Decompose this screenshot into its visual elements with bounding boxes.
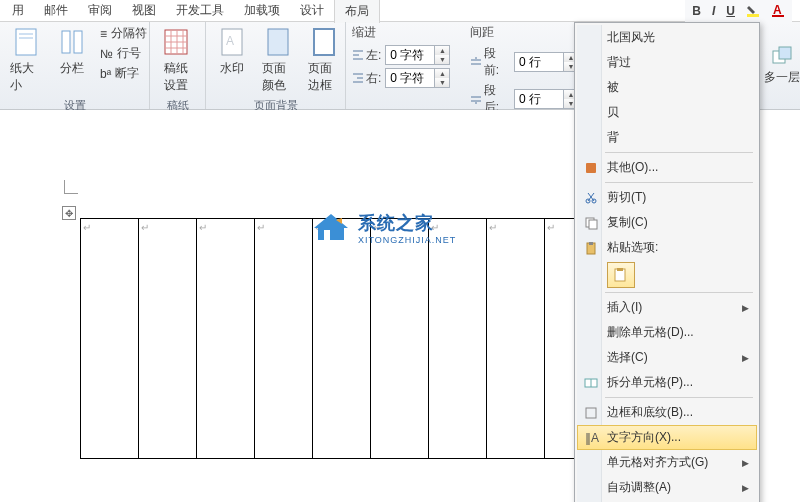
- tab-ref[interactable]: 用: [2, 0, 34, 22]
- text-direction-icon: ‖A: [584, 430, 600, 446]
- italic-button[interactable]: I: [707, 2, 720, 20]
- ctx-autofit[interactable]: 自动调整(A)▶: [577, 475, 757, 500]
- columns-button[interactable]: 分栏: [52, 24, 92, 79]
- ctx-split-cells[interactable]: 拆分单元格(P)...: [577, 370, 757, 395]
- indent-left-input[interactable]: ▲▼: [385, 45, 450, 65]
- ctx-insert[interactable]: 插入(I)▶: [577, 295, 757, 320]
- indent-right-icon: [352, 72, 364, 84]
- copy-icon: [583, 215, 599, 231]
- scissors-icon: [583, 190, 599, 206]
- watermark-title: 系统之家: [358, 211, 456, 235]
- ctx-cell-alignment[interactable]: 单元格对齐方式(G)▶: [577, 450, 757, 475]
- tab-review[interactable]: 审阅: [78, 0, 122, 22]
- spacing-header: 间距: [470, 24, 579, 41]
- break-icon: ≡: [100, 27, 107, 41]
- svg-rect-3: [16, 29, 36, 55]
- ctx-paste-options[interactable]: 粘贴选项:: [577, 235, 757, 260]
- tab-layout[interactable]: 布局: [334, 0, 380, 23]
- bring-forward-button[interactable]: 多一层: [764, 69, 800, 86]
- underline-button[interactable]: U: [721, 2, 740, 20]
- svg-text:‖A: ‖A: [585, 431, 599, 445]
- hyphen-icon: bª: [100, 67, 111, 81]
- indent-header: 缩进: [352, 24, 450, 41]
- svg-rect-18: [314, 29, 334, 55]
- table-cell[interactable]: ↵: [429, 219, 487, 459]
- watermark-logo: 系统之家 XITONGZHIJIA.NET: [310, 210, 490, 246]
- svg-rect-22: [586, 163, 596, 173]
- tab-design[interactable]: 设计: [290, 0, 334, 22]
- tab-view[interactable]: 视图: [122, 0, 166, 22]
- ctx-ime-suggestion[interactable]: 北国风光: [577, 25, 757, 50]
- svg-rect-30: [617, 268, 623, 271]
- watermark-icon: A: [216, 26, 248, 58]
- manuscript-button[interactable]: 稿纸 设置: [156, 24, 196, 96]
- watermark-subtitle: XITONGZHIJIA.NET: [358, 235, 456, 245]
- table-move-handle[interactable]: ✥: [62, 206, 76, 220]
- page-border-icon: [308, 26, 340, 58]
- ctx-ime-suggestion[interactable]: 被: [577, 75, 757, 100]
- page-borders-button[interactable]: 页面边框: [304, 24, 344, 96]
- page-color-icon: [262, 26, 294, 58]
- ctx-copy[interactable]: 复制(C): [577, 210, 757, 235]
- ctx-cut[interactable]: 剪切(T): [577, 185, 757, 210]
- watermark-button[interactable]: A 水印: [212, 24, 252, 79]
- arrange-group-partial: 多一层: [764, 22, 800, 110]
- breaks-button[interactable]: ≡分隔符: [98, 24, 149, 43]
- svg-rect-4: [19, 33, 33, 35]
- svg-rect-0: [747, 14, 759, 17]
- table-cell[interactable]: ↵: [255, 219, 313, 459]
- border-icon: [583, 405, 599, 421]
- context-menu: 北国风光 背过 被 贝 背 其他(O)... 剪切(T) 复制(C) 粘贴选项:…: [574, 22, 760, 502]
- svg-rect-21: [324, 230, 330, 240]
- clipboard-icon: [583, 240, 599, 256]
- table-cell[interactable]: ↵: [313, 219, 371, 459]
- ctx-ime-suggestion[interactable]: 贝: [577, 100, 757, 125]
- svg-rect-28: [589, 242, 593, 245]
- ctx-borders-shading[interactable]: 边框和底纹(B)...: [577, 400, 757, 425]
- paper-size-button[interactable]: 纸大小: [6, 24, 46, 96]
- svg-rect-5: [19, 37, 33, 39]
- split-icon: [583, 375, 599, 391]
- ctx-delete-cells[interactable]: 删除单元格(D)...: [577, 320, 757, 345]
- indent-right-input[interactable]: ▲▼: [385, 68, 450, 88]
- hyphenation-button[interactable]: bª断字: [98, 64, 149, 83]
- svg-rect-33: [586, 408, 596, 418]
- space-before-input[interactable]: ▲▼: [514, 52, 579, 72]
- bold-button[interactable]: B: [687, 2, 706, 20]
- svg-rect-2: [772, 15, 784, 17]
- font-color-button[interactable]: A: [766, 2, 790, 20]
- book-icon: [583, 160, 599, 176]
- tab-dev[interactable]: 开发工具: [166, 0, 234, 22]
- svg-rect-20: [779, 47, 791, 59]
- ctx-other[interactable]: 其他(O)...: [577, 155, 757, 180]
- table-cell[interactable]: ↵: [197, 219, 255, 459]
- svg-rect-6: [62, 31, 70, 53]
- page-color-button[interactable]: 页面颜色: [258, 24, 298, 96]
- table-cell[interactable]: ↵: [81, 219, 139, 459]
- page-corner-mark: [64, 180, 78, 194]
- manuscript-icon: [160, 26, 192, 58]
- paste-icon: [613, 267, 629, 283]
- svg-text:A: A: [226, 34, 234, 48]
- highlight-button[interactable]: [741, 2, 765, 20]
- space-after-icon: [470, 93, 481, 105]
- space-after-input[interactable]: ▲▼: [514, 89, 579, 109]
- table-cell[interactable]: ↵: [371, 219, 429, 459]
- mini-format-toolbar: B I U A: [685, 0, 792, 22]
- tab-addins[interactable]: 加载项: [234, 0, 290, 22]
- indent-left-label: 左:: [352, 47, 381, 64]
- table-cell[interactable]: ↵: [487, 219, 545, 459]
- tab-mail[interactable]: 邮件: [34, 0, 78, 22]
- paste-option-keep-source[interactable]: [607, 262, 753, 288]
- svg-rect-7: [74, 31, 82, 53]
- svg-rect-17: [268, 29, 288, 55]
- table-cell[interactable]: ↵: [139, 219, 197, 459]
- ctx-select[interactable]: 选择(C)▶: [577, 345, 757, 370]
- ctx-ime-suggestion[interactable]: 背: [577, 125, 757, 150]
- line-numbers-button[interactable]: №行号: [98, 44, 149, 63]
- space-before-label: 段前:: [470, 45, 510, 79]
- svg-rect-26: [589, 220, 597, 229]
- page-icon: [10, 26, 42, 58]
- ctx-ime-suggestion[interactable]: 背过: [577, 50, 757, 75]
- ctx-text-direction[interactable]: ‖A文字方向(X)...: [577, 425, 757, 450]
